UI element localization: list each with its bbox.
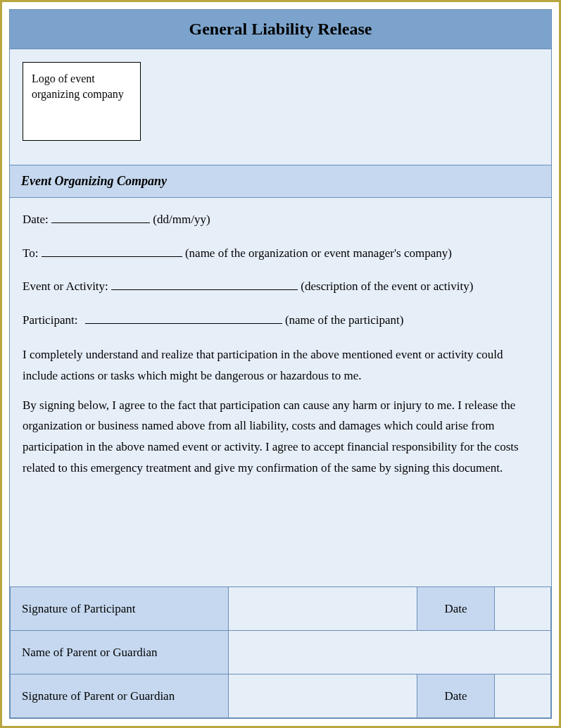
participant-sig-label: Signature of Participant xyxy=(11,587,229,631)
participant-label: Participant: xyxy=(23,313,77,327)
event-hint: (description of the event or activity) xyxy=(301,280,473,293)
company-header: Event Organizing Company xyxy=(10,165,551,198)
participant-date-label: Date xyxy=(417,587,495,631)
participant-input-line[interactable] xyxy=(85,312,282,324)
guardian-name-label: Name of Parent or Guardian xyxy=(11,631,229,674)
paragraph-1: I completely understand and realize that… xyxy=(23,344,538,387)
logo-section: Logo of event organizing company xyxy=(10,49,551,165)
form-title: General Liability Release xyxy=(10,10,551,49)
to-row: To: (name of the organization or event m… xyxy=(23,244,538,263)
signature-table: Signature of Participant Date Name of Pa… xyxy=(10,586,551,718)
guardian-date-field[interactable] xyxy=(495,674,551,718)
participant-sig-field[interactable] xyxy=(229,587,417,631)
participant-hint: (name of the participant) xyxy=(285,313,404,327)
guardian-sig-field[interactable] xyxy=(229,674,417,718)
form-container: General Liability Release Logo of event … xyxy=(9,9,552,719)
paragraph-2: By signing below, I agree to the fact th… xyxy=(23,395,538,479)
participant-date-field[interactable] xyxy=(495,587,551,631)
participant-signature-row: Signature of Participant Date xyxy=(11,587,551,631)
guardian-date-label: Date xyxy=(417,674,495,718)
participant-row: Participant: (name of the participant) xyxy=(23,311,538,330)
guardian-name-field[interactable] xyxy=(229,631,551,674)
guardian-signature-row: Signature of Parent or Guardian Date xyxy=(11,674,551,718)
to-hint: (name of the organization or event manag… xyxy=(185,246,452,260)
event-label: Event or Activity: xyxy=(23,280,108,293)
date-row: Date: (dd/mm/yy) xyxy=(23,211,538,229)
guardian-name-row: Name of Parent or Guardian xyxy=(11,631,551,674)
to-label: To: xyxy=(23,246,38,260)
form-body: Date: (dd/mm/yy) To: (name of the organi… xyxy=(10,198,551,586)
to-input-line[interactable] xyxy=(42,245,182,257)
event-row: Event or Activity: (description of the e… xyxy=(23,277,538,296)
date-label: Date: xyxy=(23,213,49,226)
event-input-line[interactable] xyxy=(111,278,298,290)
guardian-sig-label: Signature of Parent or Guardian xyxy=(11,674,229,718)
document-page: General Liability Release Logo of event … xyxy=(0,0,561,728)
date-input-line[interactable] xyxy=(51,211,150,223)
logo-placeholder: Logo of event organizing company xyxy=(23,62,141,141)
date-hint: (dd/mm/yy) xyxy=(153,213,210,226)
